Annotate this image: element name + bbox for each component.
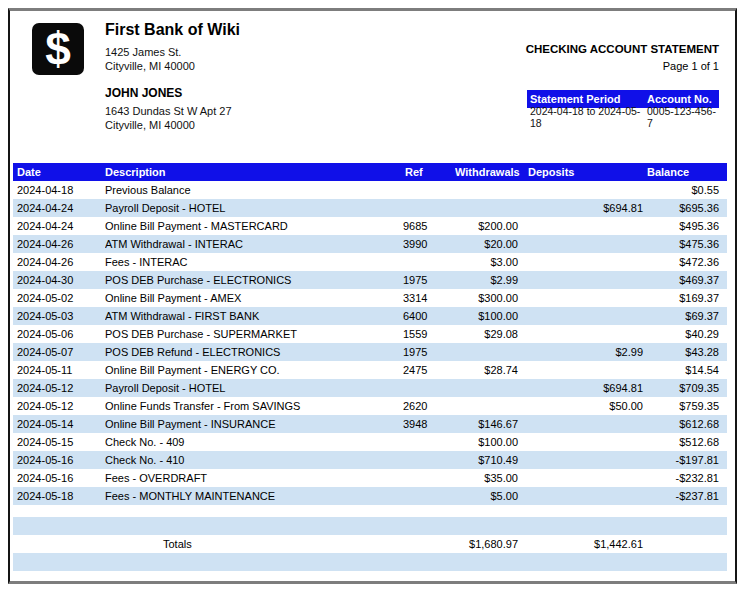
deposits-cell bbox=[520, 217, 645, 235]
date-cell: 2024-05-12 bbox=[13, 397, 105, 415]
transactions-table-header: Date Description Ref Withdrawals Deposit… bbox=[13, 163, 727, 181]
table-row: 2024-05-07 POS DEB Refund - ELECTRONICS … bbox=[13, 343, 727, 361]
deposits-cell bbox=[520, 307, 645, 325]
bank-address-line1: 1425 James St. bbox=[105, 45, 240, 59]
spacer-row bbox=[13, 505, 727, 517]
ref-cell bbox=[403, 433, 455, 451]
withdrawals-cell: $3.00 bbox=[455, 253, 520, 271]
balance-cell: -$237.81 bbox=[645, 487, 727, 505]
deposits-cell: $2.99 bbox=[520, 343, 645, 361]
table-row: 2024-05-12 Payroll Deposit - HOTEL $694.… bbox=[13, 379, 727, 397]
table-row: 2024-04-26 ATM Withdrawal - INTERAC 3990… bbox=[13, 235, 727, 253]
date-cell: 2024-05-02 bbox=[13, 289, 105, 307]
deposits-cell bbox=[520, 487, 645, 505]
empty-row bbox=[13, 517, 727, 535]
balance-cell: $14.54 bbox=[645, 361, 727, 379]
ref-cell bbox=[403, 487, 455, 505]
transactions-table: Date Description Ref Withdrawals Deposit… bbox=[13, 163, 727, 571]
customer-info: JOHN JONES 1643 Dundas St W Apt 27 Cityv… bbox=[105, 86, 232, 132]
balance-cell: $495.36 bbox=[645, 217, 727, 235]
table-row: 2024-04-30 POS DEB Purchase - ELECTRONIC… bbox=[13, 271, 727, 289]
deposits-cell bbox=[520, 451, 645, 469]
description-cell: Online Bill Payment - AMEX bbox=[105, 289, 403, 307]
description-cell: POS DEB Refund - ELECTRONICS bbox=[105, 343, 403, 361]
bank-name: First Bank of Wiki bbox=[105, 21, 240, 39]
date-cell: 2024-05-06 bbox=[13, 325, 105, 343]
ref-cell: 1975 bbox=[403, 271, 455, 289]
date-cell: 2024-04-24 bbox=[13, 217, 105, 235]
deposits-cell: $50.00 bbox=[520, 397, 645, 415]
withdrawals-cell: $300.00 bbox=[455, 289, 520, 307]
withdrawals-cell: $28.74 bbox=[455, 361, 520, 379]
header-description: Description bbox=[105, 163, 403, 181]
page-indicator: Page 1 of 1 bbox=[526, 60, 719, 72]
account-no-label: Account No. bbox=[647, 93, 719, 105]
date-cell: 2024-04-24 bbox=[13, 199, 105, 217]
ref-cell: 2475 bbox=[403, 361, 455, 379]
description-cell: ATM Withdrawal - INTERAC bbox=[105, 235, 403, 253]
table-row: 2024-04-24 Online Bill Payment - MASTERC… bbox=[13, 217, 727, 235]
balance-cell: $759.35 bbox=[645, 397, 727, 415]
withdrawals-cell bbox=[455, 379, 520, 397]
totals-deposits: $1,442.61 bbox=[520, 535, 645, 553]
withdrawals-cell: $20.00 bbox=[455, 235, 520, 253]
description-cell: Previous Balance bbox=[105, 181, 403, 199]
deposits-cell: $694.81 bbox=[520, 379, 645, 397]
withdrawals-cell: $5.00 bbox=[455, 487, 520, 505]
withdrawals-cell: $200.00 bbox=[455, 217, 520, 235]
statement-period-label: Statement Period bbox=[527, 93, 647, 105]
ref-cell: 6400 bbox=[403, 307, 455, 325]
ref-cell bbox=[403, 181, 455, 199]
description-cell: Fees - MONTHLY MAINTENANCE bbox=[105, 487, 403, 505]
withdrawals-cell: $100.00 bbox=[455, 307, 520, 325]
withdrawals-cell: $35.00 bbox=[455, 469, 520, 487]
totals-row: Totals $1,680.97 $1,442.61 bbox=[13, 535, 727, 553]
ref-cell: 3948 bbox=[403, 415, 455, 433]
ref-cell bbox=[403, 253, 455, 271]
description-cell: ATM Withdrawal - FIRST BANK bbox=[105, 307, 403, 325]
description-cell: Payroll Deposit - HOTEL bbox=[105, 379, 403, 397]
deposits-cell bbox=[520, 253, 645, 271]
deposits-cell: $694.81 bbox=[520, 199, 645, 217]
balance-cell: $169.37 bbox=[645, 289, 727, 307]
ref-cell: 1975 bbox=[403, 343, 455, 361]
description-cell: Payroll Deposit - HOTEL bbox=[105, 199, 403, 217]
balance-cell: -$197.81 bbox=[645, 451, 727, 469]
balance-cell: $475.36 bbox=[645, 235, 727, 253]
table-row: 2024-05-06 POS DEB Purchase - SUPERMARKE… bbox=[13, 325, 727, 343]
header-date: Date bbox=[13, 163, 105, 181]
deposits-cell bbox=[520, 361, 645, 379]
statement-title-block: CHECKING ACCOUNT STATEMENT Page 1 of 1 bbox=[526, 43, 719, 72]
totals-withdrawals: $1,680.97 bbox=[455, 535, 520, 553]
table-row: 2024-05-03 ATM Withdrawal - FIRST BANK 6… bbox=[13, 307, 727, 325]
table-row: 2024-05-16 Fees - OVERDRAFT $35.00 -$232… bbox=[13, 469, 727, 487]
description-cell: Fees - INTERAC bbox=[105, 253, 403, 271]
balance-cell: $40.29 bbox=[645, 325, 727, 343]
header-deposits: Deposits bbox=[520, 163, 645, 181]
date-cell: 2024-05-11 bbox=[13, 361, 105, 379]
deposits-cell bbox=[520, 235, 645, 253]
description-cell: Online Bill Payment - MASTERCARD bbox=[105, 217, 403, 235]
balance-cell: $472.36 bbox=[645, 253, 727, 271]
withdrawals-cell bbox=[455, 181, 520, 199]
withdrawals-cell bbox=[455, 199, 520, 217]
date-cell: 2024-05-12 bbox=[13, 379, 105, 397]
ref-cell bbox=[403, 469, 455, 487]
bank-info: First Bank of Wiki 1425 James St. Cityvi… bbox=[105, 21, 240, 73]
deposits-cell bbox=[520, 181, 645, 199]
ref-cell bbox=[403, 199, 455, 217]
statement-period-table: Statement Period Account No. 2024-04-18 … bbox=[527, 90, 719, 125]
totals-section: Totals $1,680.97 $1,442.61 bbox=[13, 505, 727, 571]
date-cell: 2024-05-07 bbox=[13, 343, 105, 361]
withdrawals-cell: $100.00 bbox=[455, 433, 520, 451]
balance-cell: $43.28 bbox=[645, 343, 727, 361]
deposits-cell bbox=[520, 415, 645, 433]
date-cell: 2024-04-26 bbox=[13, 235, 105, 253]
withdrawals-cell bbox=[455, 397, 520, 415]
balance-cell: $69.37 bbox=[645, 307, 727, 325]
description-cell: Online Bill Payment - ENERGY CO. bbox=[105, 361, 403, 379]
withdrawals-cell bbox=[455, 343, 520, 361]
description-cell: Online Funds Transfer - From SAVINGS bbox=[105, 397, 403, 415]
date-cell: 2024-05-18 bbox=[13, 487, 105, 505]
deposits-cell bbox=[520, 289, 645, 307]
